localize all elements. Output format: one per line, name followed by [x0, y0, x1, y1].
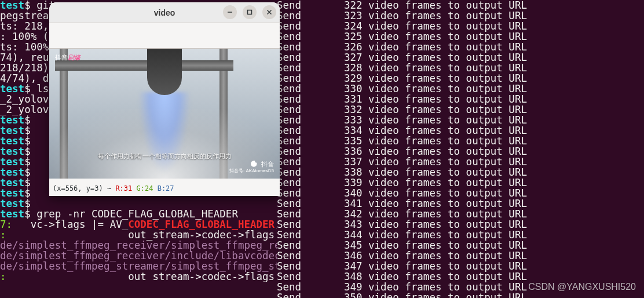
- close-button[interactable]: [262, 5, 276, 19]
- douyin-id: 抖音号: AKAtomasl15: [229, 166, 274, 176]
- terminal-line: Send 340 video frames to output URL: [277, 188, 644, 198]
- terminal-line: Send 330 video frames to output URL: [277, 83, 644, 94]
- terminal-right-column[interactable]: Send 322 video frames to output URLSend …: [277, 0, 644, 298]
- terminal-line: Send 323 video frames to output URL: [277, 10, 644, 21]
- terminal-line: de/simplest_ffmpeg_receiver/simplest_ffm…: [0, 240, 277, 250]
- pixel-status-bar: (x=556, y=3) ~ R:31 G:24 B:27: [49, 179, 280, 195]
- terminal-line: : out_stream->codec->flags |= CO: [0, 271, 277, 282]
- video-subtitle: 每个作用力都有一个相等而方向相反的反作用力: [98, 151, 232, 161]
- terminal-line: Send 335 video frames to output URL: [277, 136, 644, 146]
- terminal-line: Send 341 video frames to output URL: [277, 198, 644, 209]
- terminal-line: Send 332 video frames to output URL: [277, 104, 644, 115]
- terminal-line: Send 348 video frames to output URL: [277, 271, 644, 282]
- terminal-line: Send 327 video frames to output URL: [277, 52, 644, 63]
- terminal-line: Send 324 video frames to output URL: [277, 21, 644, 31]
- maximize-button[interactable]: [243, 5, 257, 19]
- terminal-line: Send 333 video frames to output URL: [277, 115, 644, 125]
- terminal-line: Send 337 video frames to output URL: [277, 157, 644, 167]
- terminal-line: Send 331 video frames to output URL: [277, 94, 644, 104]
- terminal-line: Send 342 video frames to output URL: [277, 209, 644, 219]
- terminal-line: Send 328 video frames to output URL: [277, 63, 644, 73]
- terminal-line: Send 326 video frames to output URL: [277, 42, 644, 52]
- terminal-line: test$ grep -nr CODEC_FLAG_GLOBAL_HEADER: [0, 209, 277, 219]
- terminal-line: Send 350 video frames to output URL: [277, 292, 644, 298]
- terminal-line: Send 343 video frames to output URL: [277, 219, 644, 230]
- terminal-line: Send 336 video frames to output URL: [277, 146, 644, 157]
- terminal-line: Send 346 video frames to output URL: [277, 250, 644, 261]
- terminal-line: test$: [0, 198, 277, 209]
- terminal-line: Send 322 video frames to output URL: [277, 0, 644, 10]
- terminal-line: Send 338 video frames to output URL: [277, 167, 644, 177]
- terminal-line: de/simplest_ffmpeg_receiver/include/liba…: [0, 250, 277, 261]
- top-watermark: 抖音剧壕: [55, 52, 80, 63]
- video-viewport[interactable]: 抖音剧壕 每个作用力都有一个相等而方向相反的反作用力 抖音 抖音号: AKAto…: [49, 49, 280, 179]
- minimize-button[interactable]: [223, 5, 237, 19]
- terminal-line: Send 325 video frames to output URL: [277, 31, 644, 42]
- terminal-line: Send 347 video frames to output URL: [277, 261, 644, 271]
- window-toolbar: [49, 23, 280, 49]
- terminal-line: Send 339 video frames to output URL: [277, 177, 644, 188]
- terminal-line: de/simplest_ffmpeg_streamer/simplest_ffm…: [0, 261, 277, 271]
- window-titlebar[interactable]: video: [49, 2, 280, 23]
- terminal-line: 7: vc->flags |= AV_CODEC_FLAG_GLOBAL_HEA…: [0, 219, 277, 230]
- csdn-watermark: CSDN @YANGXUSHI520: [528, 282, 636, 292]
- terminal-line: Send 345 video frames to output URL: [277, 240, 644, 250]
- terminal-line: : out_stream->codec->flags |= CO: [0, 230, 277, 240]
- terminal-line: Send 334 video frames to output URL: [277, 125, 644, 136]
- terminal-line: Send 344 video frames to output URL: [277, 230, 644, 240]
- video-window: video 抖音剧壕 每个作用力都有一个相等而方向相反的反作用力 抖音: [49, 2, 280, 196]
- terminal-line: Send 329 video frames to output URL: [277, 73, 644, 83]
- svg-rect-1: [248, 10, 252, 14]
